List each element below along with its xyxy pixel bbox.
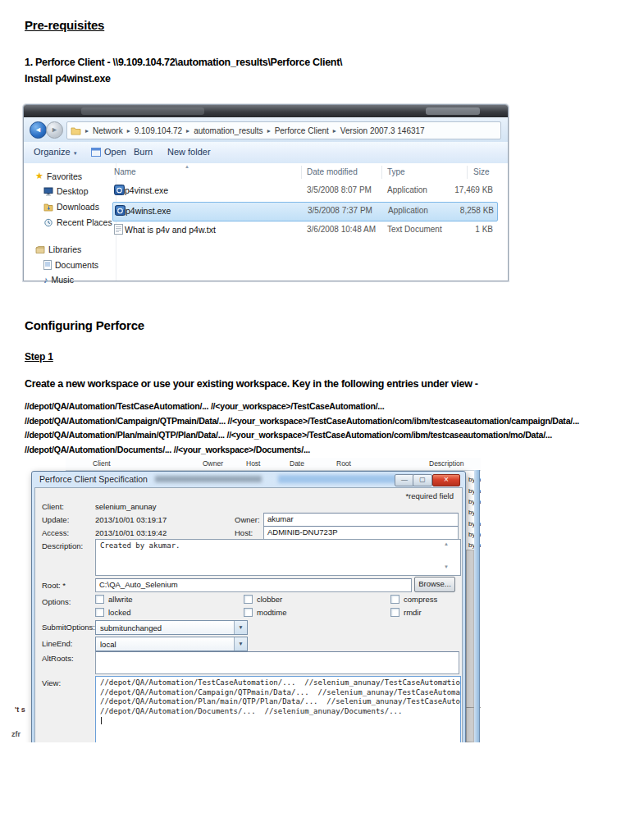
client-list-column-owner: Owner [203,459,223,468]
folder-icon [71,126,81,135]
breadcrumb-item-automation-results[interactable]: automation_results [194,126,263,135]
sidebar-item-documents[interactable]: Documents [43,260,98,270]
music-note-icon: ♪ [43,275,48,285]
client-list-column-host: Host [246,459,260,468]
view-field[interactable]: //depot/QA/Automation/TestCaseAutomation… [95,676,461,742]
sidebar-item-desktop[interactable]: Desktop [43,186,89,196]
checkbox-modtime[interactable]: modtime [244,608,286,617]
required-field-note: *required field [405,491,454,500]
breadcrumb-separator: ▸ [81,127,93,135]
open-icon [91,148,101,157]
browse-button[interactable]: Browse... [414,577,455,592]
depot-line: //depot/QA/Automation/Campaign/QTPmain/D… [25,414,579,429]
scroll-up-icon[interactable]: ▲ [444,678,449,683]
open-button[interactable]: Open [91,147,126,157]
checkbox-rmdir[interactable]: rmdir [390,608,422,617]
checkbox-icon [95,595,104,604]
text-fragment: 't s [15,705,25,714]
background-window-border [474,470,480,742]
access-label: Access: [42,528,69,537]
chevron-down-icon: ▼ [234,637,247,651]
breadcrumb[interactable]: ▸ Network ▸ 9.109.104.72 ▸ automation_re… [66,121,501,139]
page-title: Pre-requisites [25,18,104,32]
sidebar-item-libraries[interactable]: Libraries [35,244,81,254]
checkbox-compress[interactable]: compress [390,595,437,604]
checkbox-allwrite[interactable]: allwrite [95,595,133,604]
step-title: Step 1 [25,351,53,363]
column-header-date-modified[interactable]: Date modified [307,167,358,176]
text-cursor [101,717,102,724]
perforce-client-spec-dialog: Perforce Client Specification — ▢ × *req… [31,471,466,742]
maximize-button[interactable]: ▢ [413,474,432,486]
description-label: Description: [42,541,83,550]
root-label: Root: * [42,581,66,590]
chevron-down-icon: ▼ [234,621,247,634]
sidebar-item-recent-places[interactable]: Recent Places [43,217,112,227]
checkbox-locked[interactable]: locked [95,608,130,617]
file-row-readme-txt[interactable]: What is p4v and p4w.txt 3/6/2008 10:48 A… [112,221,496,240]
explorer-titlebar [24,105,508,117]
depot-line: //depot/QA/Automation/Plan/main/QTP/Plan… [25,428,579,443]
forward-button[interactable]: ► [46,121,63,139]
update-label: Update: [42,515,69,524]
checkbox-icon [244,595,253,604]
new-folder-button[interactable]: New folder [167,147,211,157]
scroll-up-icon[interactable]: ▲ [444,541,449,546]
intro-line-1: 1. Perforce Client - \\9.109.104.72\auto… [25,54,342,71]
view-label: View: [42,678,61,687]
depot-mapping-lines: //depot/QA/Automation/TestCaseAutomation… [25,399,579,457]
submit-options-dropdown[interactable]: submitunchanged ▼ [95,620,248,635]
background-scrollbar[interactable] [466,550,474,742]
sidebar-item-favorites[interactable]: ★ Favorites [35,171,82,181]
burn-button[interactable]: Burn [134,147,153,157]
perforce-dialog-screenshot: Client Owner Host Date Root Description … [25,458,481,742]
installer-icon [115,205,126,216]
column-header-name[interactable]: Name [114,167,136,176]
scroll-down-icon[interactable]: ▼ [444,564,449,569]
back-button[interactable]: ◄ [30,121,47,139]
line-end-label: LineEnd: [42,639,73,648]
breadcrumb-item-network[interactable]: Network [93,126,123,135]
explorer-address-bar: ◄ ► ▸ Network ▸ 9.109.104.72 ▸ automatio… [24,117,508,142]
owner-label: Owner: [235,515,260,524]
breadcrumb-item-version[interactable]: Version 2007.3 146317 [340,126,425,135]
explorer-toolbar: Organize ▼ Open Burn New folder [24,142,508,164]
window-controls-hint [426,107,480,115]
document-icon [43,260,52,270]
titlebar-highlight [81,107,204,115]
owner-field[interactable]: akumar [263,513,459,527]
line-end-dropdown[interactable]: local ▼ [95,637,248,651]
alt-roots-label: AltRoots: [42,654,74,663]
sidebar-item-downloads[interactable]: Downloads [43,202,99,212]
column-divider [467,166,468,179]
breadcrumb-item-ip[interactable]: 9.109.104.72 [135,126,182,135]
checkbox-icon [95,608,104,617]
update-value: 2013/10/01 03:19:17 [95,515,167,524]
breadcrumb-item-perforce-client[interactable]: Perforce Client [275,126,329,135]
minimize-button[interactable]: — [395,474,414,486]
column-header-type[interactable]: Type [387,167,405,176]
view-line: //depot/QA/Automation/TestCaseAutomation… [100,678,456,688]
sidebar-item-music[interactable]: ♪ Music [43,275,74,285]
host-label: Host: [235,528,253,537]
organize-menu-button[interactable]: Organize ▼ [34,147,78,157]
file-row-p4winst-selected[interactable]: p4winst.exe 3/5/2008 7:37 PM Application… [112,202,498,221]
close-button[interactable]: × [432,474,460,486]
root-field[interactable]: C:\QA_Auto_Selenium [95,578,412,592]
step-text: Create a new workspace or use your exist… [25,376,478,392]
host-field[interactable]: ADMINIB-DNU723P [263,526,459,540]
client-value: selenium_anunay [95,502,156,511]
file-row-p4vinst[interactable]: p4vinst.exe 3/5/2008 8:07 PM Application… [112,182,496,200]
column-divider [301,166,302,179]
checkbox-clobber[interactable]: clobber [244,595,282,604]
alt-roots-field[interactable] [95,651,459,674]
description-field[interactable]: Created by akumar. [95,539,461,576]
client-label: Client: [42,502,64,511]
installer-icon [114,185,125,195]
breadcrumb-separator: ▸ [263,127,275,135]
client-list-header [66,458,481,471]
column-header-size[interactable]: Size [473,167,489,176]
breadcrumb-separator: ▸ [329,127,340,135]
client-list-column-description: Description [429,459,464,468]
chevron-down-icon: ▼ [73,151,78,156]
